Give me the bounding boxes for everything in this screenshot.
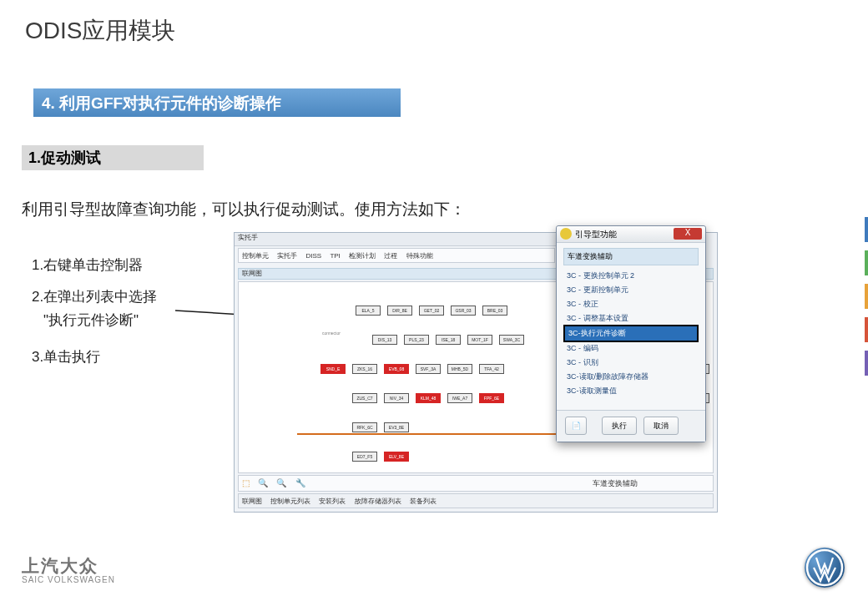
menu-item-identify[interactable]: 3C - 识别 [563, 356, 699, 370]
connector-label: connector [322, 331, 341, 336]
svg-point-2 [807, 550, 842, 585]
node-bre[interactable]: BRE_03 [482, 306, 507, 316]
slide-title: ODIS应用模块 [25, 15, 175, 47]
bottab-equip-list[interactable]: 装备列表 [410, 497, 437, 506]
vw-logo [805, 548, 845, 588]
node-dir[interactable]: DIR_8E [387, 306, 412, 316]
node-zus[interactable]: ZUS_C7 [352, 393, 377, 403]
edge-blue [865, 217, 868, 242]
menu-item-actuator-diag[interactable]: 3C-执行元件诊断 [563, 325, 699, 342]
node-ela[interactable]: ELA_5 [356, 306, 381, 316]
dialog-header: 车道变换辅助 [563, 248, 699, 265]
node-pls[interactable]: PLS_23 [404, 335, 429, 345]
brand-en: SAIC VOLKSWAGEN [22, 575, 115, 584]
zoom-in-icon[interactable]: 🔍 [258, 478, 268, 487]
node-klm[interactable]: KLM_48 [416, 393, 441, 403]
brand-cn: 上汽大众 [22, 556, 115, 575]
node-zks[interactable]: ZKS_16 [352, 364, 377, 374]
tab-tpi[interactable]: TPI [330, 252, 340, 260]
bottab-dtc-list[interactable]: 故障存储器列表 [355, 497, 401, 506]
menu-item-read-measure[interactable]: 3C-读取测量值 [563, 384, 699, 398]
intro-text: 利用引导型故障查询功能，可以执行促动测试。使用方法如下： [22, 199, 466, 220]
node-mot[interactable]: MOT_1F [467, 335, 492, 345]
tab-diss[interactable]: DISS [305, 252, 321, 260]
bottab-cu-list[interactable]: 控制单元列表 [270, 497, 310, 506]
node-mhb[interactable]: MHB_5D [447, 364, 472, 374]
menu-item-read-clear-dtc[interactable]: 3C-读取/删除故障存储器 [563, 370, 699, 384]
node-rfk[interactable]: RFK_6C [352, 422, 377, 432]
step-2b: "执行元件诊断" [43, 311, 139, 330]
menu-item-replace2[interactable]: 3C - 更换控制单元 2 [563, 269, 699, 283]
node-swa[interactable]: SWA_3C [499, 335, 524, 345]
node-niv[interactable]: NIV_34 [384, 393, 409, 403]
close-button[interactable]: X [674, 228, 702, 240]
node-ed7[interactable]: ED7_F5 [352, 452, 377, 462]
node-get[interactable]: GET_02 [419, 306, 444, 316]
tab-special[interactable]: 特殊功能 [406, 251, 433, 260]
node-ise[interactable]: ISE_18 [436, 335, 461, 345]
tabs-top: 控制单元 实托手 DISS TPI 检测计划 过程 特殊功能 [238, 248, 555, 263]
run-button[interactable]: 执行 [602, 417, 637, 435]
menu-item-update[interactable]: 3C - 更新控制单元 [563, 283, 699, 297]
bottab-network[interactable]: 联网图 [242, 497, 262, 506]
edge-orange [865, 284, 868, 309]
wrench-icon[interactable]: 🔧 [295, 478, 305, 487]
edge-green [865, 250, 868, 275]
tabs-bottom: 联网图 控制单元列表 安装列表 故障存储器列表 装备列表 [238, 493, 714, 508]
dialog-icon [560, 228, 572, 240]
node-iwe[interactable]: IWE_A7 [447, 393, 472, 403]
document-icon: 📄 [572, 422, 581, 430]
cancel-button[interactable]: 取消 [643, 417, 679, 435]
section-banner: 4. 利用GFF对执行元件的诊断操作 [33, 88, 401, 117]
node-ev3[interactable]: EV3_8E [384, 422, 409, 432]
tab-testplan[interactable]: 检测计划 [349, 251, 376, 260]
node-elv[interactable]: ELV_8E [384, 452, 409, 462]
node-gsr[interactable]: GSR_03 [451, 306, 476, 316]
step-1: 1.右键单击控制器 [32, 255, 143, 275]
diagram-toolbar: ⬚ 🔍 🔍 🔧 车道变换辅助 [238, 475, 714, 492]
toolbar-text: 车道变换辅助 [593, 478, 638, 489]
node-tfa[interactable]: TFA_42 [479, 364, 504, 374]
zoom-fit-icon[interactable]: ⬚ [242, 478, 250, 487]
tab-process[interactable]: 过程 [384, 251, 397, 260]
dialog-titlebar[interactable]: 引导型功能 X [557, 226, 705, 243]
greybar-left: 实托手 [238, 234, 258, 241]
dialog-doc-button[interactable]: 📄 [565, 417, 587, 435]
bottab-install-list[interactable]: 安装列表 [319, 497, 346, 506]
menu-item-calibrate[interactable]: 3C - 校正 [563, 297, 699, 311]
edge-red [865, 317, 868, 342]
menu-item-coding[interactable]: 3C - 编码 [563, 341, 699, 356]
node-svf[interactable]: SVF_3A [416, 364, 441, 374]
node-snd[interactable]: SND_E [320, 364, 346, 374]
subsection-banner: 1.促动测试 [22, 145, 204, 170]
tab-order[interactable]: 实托手 [277, 251, 297, 260]
context-dialog: 引导型功能 X 车道变换辅助 3C - 更换控制单元 2 3C - 更新控制单元… [556, 225, 706, 442]
edge-purple [865, 351, 868, 376]
node-dis[interactable]: DIS_13 [372, 335, 397, 345]
tab-control-unit[interactable]: 控制单元 [242, 251, 269, 260]
brand-footer: 上汽大众 SAIC VOLKSWAGEN [22, 556, 115, 584]
zoom-out-icon[interactable]: 🔍 [276, 478, 286, 487]
step-3: 3.单击执行 [32, 347, 100, 366]
step-2: 2.在弹出列表中选择 [32, 287, 157, 306]
menu-item-basicset[interactable]: 3C - 调整基本设置 [563, 311, 699, 326]
dialog-title: 引导型功能 [575, 229, 617, 240]
node-evb[interactable]: EVB_08 [384, 364, 409, 374]
node-fpf[interactable]: FPF_6E [479, 393, 504, 403]
